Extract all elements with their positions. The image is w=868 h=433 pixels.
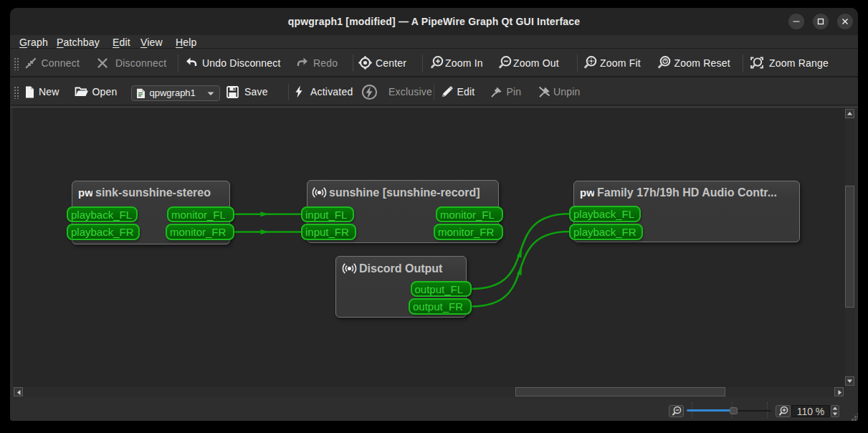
svg-text:pw: pw (78, 187, 92, 199)
svg-text:pw: pw (580, 187, 594, 199)
